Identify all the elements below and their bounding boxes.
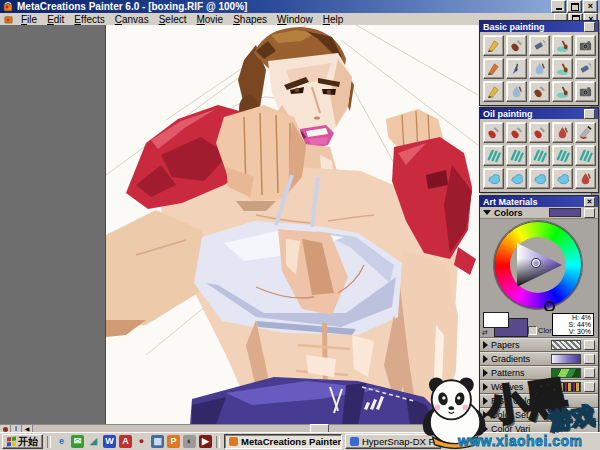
palette-section-papers[interactable]: Papers [480, 338, 598, 352]
front-color-swatch[interactable] [483, 312, 509, 328]
palette-basic-title: Basic painting [483, 22, 545, 32]
tool-oil-strokes-1[interactable] [483, 145, 504, 166]
tool-oil-drip-2[interactable] [575, 168, 596, 189]
quicklaunch-ie-icon[interactable]: e [55, 435, 68, 448]
window-controls: × [551, 0, 598, 13]
tool-pencil-2[interactable] [483, 81, 504, 102]
pencil-icon [486, 84, 501, 99]
tool-oil-blob-3[interactable] [529, 168, 550, 189]
colors-label: Colors [494, 208, 546, 218]
tool-oil-strokes-3[interactable] [529, 145, 550, 166]
tool-drip-2[interactable] [506, 81, 527, 102]
menu-canvas[interactable]: Canvas [110, 14, 154, 25]
tool-oil-brush-3[interactable] [529, 122, 550, 143]
tool-camera[interactable] [575, 35, 596, 56]
airbrush-icon [532, 38, 547, 53]
window-shade-icon[interactable] [584, 208, 595, 218]
quicklaunch-realplayer-icon[interactable]: ● [135, 435, 148, 448]
tool-oil-drip[interactable] [552, 122, 573, 143]
tool-airbrush[interactable] [529, 35, 550, 56]
sv-marker[interactable] [532, 259, 540, 267]
palette-section-weaves[interactable]: Weaves [480, 380, 598, 394]
tool-oil-blob-4[interactable] [552, 168, 573, 189]
quicklaunch-media-icon[interactable]: ▶ [199, 435, 212, 448]
palette-art-titlebar[interactable]: Art Materials ✕ [480, 196, 598, 207]
tool-oil-strokes-2[interactable] [506, 145, 527, 166]
menu-file[interactable]: File [16, 14, 42, 25]
tool-brush[interactable] [506, 35, 527, 56]
tool-oil-blob-1[interactable] [483, 168, 504, 189]
menu-movie[interactable]: Movie [191, 14, 228, 25]
task-label: HyperSnap-DX Pro [362, 436, 441, 447]
quicklaunch-word-icon[interactable]: W [103, 435, 116, 448]
palette-art-materials: Art Materials ✕ Colors [479, 195, 599, 450]
tool-pencil[interactable] [483, 35, 504, 56]
menu-effects[interactable]: Effects [69, 14, 109, 25]
quicklaunch-acrobat-icon[interactable]: A [119, 435, 132, 448]
restore-button[interactable] [567, 0, 582, 13]
tool-brush-2[interactable] [529, 81, 550, 102]
blob-icon [532, 171, 547, 186]
section-label: Patterns [491, 368, 548, 378]
close-button[interactable]: × [583, 0, 598, 13]
tool-airbrush-2[interactable] [575, 58, 596, 79]
drip-icon [532, 61, 547, 76]
tool-camera-2[interactable] [575, 81, 596, 102]
water-icon [555, 38, 570, 53]
tool-oil-strokes-5[interactable] [575, 145, 596, 166]
menu-select[interactable]: Select [154, 14, 192, 25]
palette-collapse-icon[interactable] [584, 22, 595, 32]
menu-help[interactable]: Help [318, 14, 349, 25]
palette-section-patterns[interactable]: Patterns [480, 366, 598, 380]
menu-shapes[interactable]: Shapes [228, 14, 272, 25]
quicklaunch-photoshop-icon[interactable]: ▦ [151, 435, 164, 448]
minimize-button[interactable] [551, 0, 566, 13]
tool-oil-brush-1[interactable] [483, 122, 504, 143]
palette-oil-titlebar[interactable]: Oil painting [480, 108, 598, 119]
palette-section-rgb-color[interactable]: RGB Color [480, 394, 598, 408]
airbrush-icon [578, 61, 593, 76]
tool-water-2[interactable] [552, 58, 573, 79]
chevron-right-icon [483, 411, 488, 419]
tool-pen[interactable] [506, 58, 527, 79]
quicklaunch-camera-icon[interactable]: ◐ [183, 435, 196, 448]
window-shade-icon[interactable] [584, 340, 595, 350]
palette-section-gradients[interactable]: Gradients [480, 352, 598, 366]
tool-palette-knife[interactable] [575, 122, 596, 143]
taskbar-task-0[interactable]: MetaCreations Painter 6.... [224, 434, 342, 449]
tool-colored-pencil[interactable] [483, 58, 504, 79]
palette-basic-titlebar[interactable]: Basic painting [480, 21, 598, 32]
tool-drip-brush[interactable] [529, 58, 550, 79]
menu-edit[interactable]: Edit [42, 14, 69, 25]
blob-icon [509, 171, 524, 186]
window-shade-icon[interactable] [584, 354, 595, 364]
tool-water-3[interactable] [552, 81, 573, 102]
window-shade-icon[interactable] [584, 382, 595, 392]
drip-icon [509, 84, 524, 99]
quicklaunch-mail-icon[interactable]: ✉ [71, 435, 84, 448]
clone-color-checkbox[interactable] [528, 326, 537, 335]
tool-water-brush[interactable] [552, 35, 573, 56]
value-value: V: 30% [555, 328, 591, 335]
palette-close-icon[interactable]: ✕ [584, 197, 595, 207]
colors-section-header[interactable]: Colors [480, 207, 598, 219]
windows-flag-icon [7, 437, 16, 447]
pencil-icon [486, 38, 501, 53]
palette-section-color-set[interactable]: Color Set [480, 408, 598, 422]
camera-icon [578, 38, 593, 53]
quicklaunch-show-desktop-icon[interactable]: ◢ [87, 435, 100, 448]
start-button[interactable]: 开始 [2, 434, 43, 449]
taskbar-task-1[interactable]: HyperSnap-DX Pro [345, 434, 441, 449]
taskbar: 开始 e✉◢WA●▦P◐▶ MetaCreations Painter 6...… [0, 432, 600, 450]
tool-oil-brush-2[interactable] [506, 122, 527, 143]
menu-window[interactable]: Window [272, 14, 318, 25]
section-label: Weaves [491, 382, 548, 392]
blob-icon [486, 171, 501, 186]
tool-oil-blob-2[interactable] [506, 168, 527, 189]
tool-oil-strokes-4[interactable] [552, 145, 573, 166]
palette-basic-painting: Basic painting [479, 20, 599, 106]
window-shade-icon[interactable] [584, 368, 595, 378]
palette-collapse-icon[interactable] [584, 109, 595, 119]
quicklaunch-painter-icon[interactable]: P [167, 435, 180, 448]
swap-colors-icon[interactable]: ⇄ [482, 329, 488, 336]
